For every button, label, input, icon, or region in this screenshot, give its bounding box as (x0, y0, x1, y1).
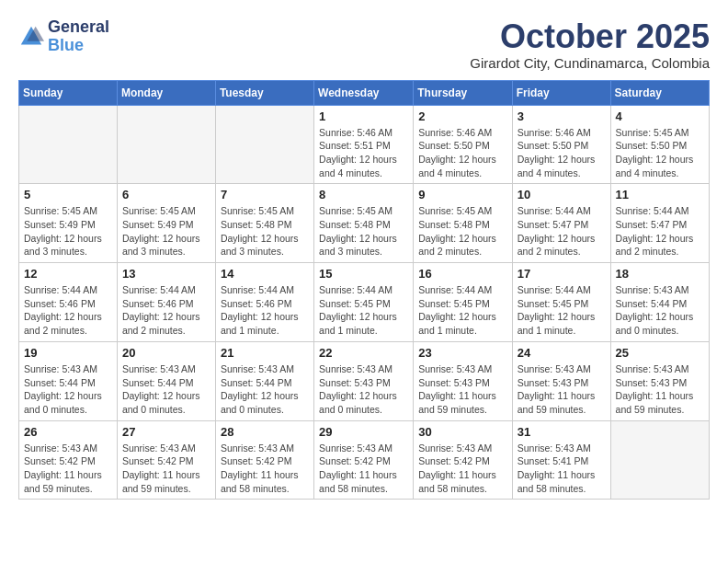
day-number: 31 (518, 425, 606, 439)
day-number: 18 (616, 267, 704, 281)
day-info: Sunrise: 5:43 AM Sunset: 5:41 PM Dayligh… (518, 442, 606, 496)
day-number: 11 (616, 188, 704, 201)
day-number: 9 (418, 188, 506, 201)
day-info: Sunrise: 5:44 AM Sunset: 5:47 PM Dayligh… (616, 204, 704, 259)
calendar-cell: 10Sunrise: 5:44 AM Sunset: 5:47 PM Dayli… (512, 184, 610, 263)
day-info: Sunrise: 5:44 AM Sunset: 5:45 PM Dayligh… (319, 283, 408, 338)
day-info: Sunrise: 5:44 AM Sunset: 5:46 PM Dayligh… (221, 283, 309, 338)
calendar-cell (215, 105, 313, 184)
calendar-cell (19, 105, 118, 184)
day-info: Sunrise: 5:43 AM Sunset: 5:42 PM Dayligh… (418, 442, 506, 496)
week-row-2: 5Sunrise: 5:45 AM Sunset: 5:49 PM Daylig… (19, 184, 710, 263)
weekday-header-monday: Monday (117, 80, 215, 105)
day-number: 8 (319, 188, 408, 201)
day-info: Sunrise: 5:45 AM Sunset: 5:48 PM Dayligh… (319, 204, 408, 259)
logo-blue-text: Blue (48, 36, 84, 54)
day-info: Sunrise: 5:43 AM Sunset: 5:44 PM Dayligh… (616, 283, 704, 338)
calendar-cell: 13Sunrise: 5:44 AM Sunset: 5:46 PM Dayli… (117, 263, 215, 342)
day-info: Sunrise: 5:44 AM Sunset: 5:47 PM Dayligh… (518, 204, 606, 259)
calendar-cell: 26Sunrise: 5:43 AM Sunset: 5:42 PM Dayli… (19, 420, 118, 500)
day-number: 20 (122, 346, 210, 360)
day-info: Sunrise: 5:45 AM Sunset: 5:49 PM Dayligh… (122, 204, 210, 259)
day-info: Sunrise: 5:43 AM Sunset: 5:43 PM Dayligh… (418, 362, 506, 417)
week-row-1: 1Sunrise: 5:46 AM Sunset: 5:51 PM Daylig… (19, 105, 710, 184)
day-info: Sunrise: 5:43 AM Sunset: 5:44 PM Dayligh… (122, 362, 210, 417)
calendar-cell: 8Sunrise: 5:45 AM Sunset: 5:48 PM Daylig… (314, 184, 414, 263)
day-info: Sunrise: 5:43 AM Sunset: 5:42 PM Dayligh… (122, 442, 210, 496)
calendar-cell: 22Sunrise: 5:43 AM Sunset: 5:43 PM Dayli… (314, 341, 414, 420)
calendar-cell (610, 420, 709, 500)
day-info: Sunrise: 5:45 AM Sunset: 5:48 PM Dayligh… (221, 204, 309, 259)
logo-general-text: General (48, 17, 109, 36)
day-number: 1 (319, 109, 408, 123)
weekday-header-saturday: Saturday (610, 80, 709, 105)
day-info: Sunrise: 5:43 AM Sunset: 5:42 PM Dayligh… (319, 442, 408, 496)
calendar-table: SundayMondayTuesdayWednesdayThursdayFrid… (18, 80, 710, 500)
weekday-header-wednesday: Wednesday (314, 80, 414, 105)
logo: General Blue (18, 18, 109, 55)
calendar-cell: 29Sunrise: 5:43 AM Sunset: 5:42 PM Dayli… (314, 420, 414, 500)
day-info: Sunrise: 5:45 AM Sunset: 5:50 PM Dayligh… (616, 126, 704, 180)
day-info: Sunrise: 5:43 AM Sunset: 5:43 PM Dayligh… (518, 362, 606, 417)
calendar-cell: 18Sunrise: 5:43 AM Sunset: 5:44 PM Dayli… (610, 263, 709, 342)
calendar-cell: 2Sunrise: 5:46 AM Sunset: 5:50 PM Daylig… (414, 105, 512, 184)
day-number: 22 (319, 346, 408, 360)
weekday-header-tuesday: Tuesday (215, 80, 313, 105)
day-info: Sunrise: 5:45 AM Sunset: 5:49 PM Dayligh… (24, 204, 112, 259)
day-number: 26 (24, 425, 112, 439)
day-number: 28 (221, 425, 309, 439)
day-info: Sunrise: 5:43 AM Sunset: 5:44 PM Dayligh… (221, 362, 309, 417)
calendar-cell: 23Sunrise: 5:43 AM Sunset: 5:43 PM Dayli… (414, 341, 512, 420)
calendar-cell: 21Sunrise: 5:43 AM Sunset: 5:44 PM Dayli… (215, 341, 313, 420)
calendar-cell: 14Sunrise: 5:44 AM Sunset: 5:46 PM Dayli… (215, 263, 313, 342)
page-header: General Blue October 2025 Girardot City,… (18, 18, 710, 71)
calendar-cell: 25Sunrise: 5:43 AM Sunset: 5:43 PM Dayli… (610, 341, 709, 420)
day-number: 10 (518, 188, 606, 201)
calendar-cell (117, 105, 215, 184)
calendar-cell: 24Sunrise: 5:43 AM Sunset: 5:43 PM Dayli… (512, 341, 610, 420)
day-info: Sunrise: 5:43 AM Sunset: 5:42 PM Dayligh… (24, 442, 112, 496)
day-info: Sunrise: 5:44 AM Sunset: 5:46 PM Dayligh… (122, 283, 210, 338)
calendar-cell: 30Sunrise: 5:43 AM Sunset: 5:42 PM Dayli… (414, 420, 512, 500)
day-info: Sunrise: 5:43 AM Sunset: 5:44 PM Dayligh… (24, 362, 112, 417)
day-number: 12 (24, 267, 112, 281)
day-number: 14 (221, 267, 309, 281)
day-info: Sunrise: 5:44 AM Sunset: 5:45 PM Dayligh… (418, 283, 506, 338)
day-number: 3 (518, 109, 606, 123)
day-info: Sunrise: 5:44 AM Sunset: 5:45 PM Dayligh… (518, 283, 606, 338)
calendar-cell: 7Sunrise: 5:45 AM Sunset: 5:48 PM Daylig… (215, 184, 313, 263)
day-number: 25 (616, 346, 704, 360)
day-number: 16 (418, 267, 506, 281)
week-row-5: 26Sunrise: 5:43 AM Sunset: 5:42 PM Dayli… (19, 420, 710, 500)
calendar-cell: 28Sunrise: 5:43 AM Sunset: 5:42 PM Dayli… (215, 420, 313, 500)
day-number: 27 (122, 425, 210, 439)
month-title: October 2025 (470, 18, 710, 55)
calendar-cell: 31Sunrise: 5:43 AM Sunset: 5:41 PM Dayli… (512, 420, 610, 500)
logo-icon (18, 24, 44, 50)
day-number: 30 (418, 425, 506, 439)
calendar-cell: 20Sunrise: 5:43 AM Sunset: 5:44 PM Dayli… (117, 341, 215, 420)
day-number: 6 (122, 188, 210, 201)
day-number: 7 (221, 188, 309, 201)
calendar-cell: 4Sunrise: 5:45 AM Sunset: 5:50 PM Daylig… (610, 105, 709, 184)
calendar-cell: 5Sunrise: 5:45 AM Sunset: 5:49 PM Daylig… (19, 184, 118, 263)
day-info: Sunrise: 5:44 AM Sunset: 5:46 PM Dayligh… (24, 283, 112, 338)
day-number: 21 (221, 346, 309, 360)
calendar-cell: 16Sunrise: 5:44 AM Sunset: 5:45 PM Dayli… (414, 263, 512, 342)
calendar-cell: 15Sunrise: 5:44 AM Sunset: 5:45 PM Dayli… (314, 263, 414, 342)
weekday-header-friday: Friday (512, 80, 610, 105)
calendar-cell: 3Sunrise: 5:46 AM Sunset: 5:50 PM Daylig… (512, 105, 610, 184)
calendar-body: 1Sunrise: 5:46 AM Sunset: 5:51 PM Daylig… (19, 105, 710, 500)
day-number: 29 (319, 425, 408, 439)
calendar-cell: 12Sunrise: 5:44 AM Sunset: 5:46 PM Dayli… (19, 263, 118, 342)
day-number: 4 (616, 109, 704, 123)
weekday-header-thursday: Thursday (414, 80, 512, 105)
calendar-cell: 9Sunrise: 5:45 AM Sunset: 5:48 PM Daylig… (414, 184, 512, 263)
calendar-cell: 17Sunrise: 5:44 AM Sunset: 5:45 PM Dayli… (512, 263, 610, 342)
day-info: Sunrise: 5:45 AM Sunset: 5:48 PM Dayligh… (418, 204, 506, 259)
day-number: 13 (122, 267, 210, 281)
title-section: October 2025 Girardot City, Cundinamarca… (470, 18, 710, 71)
calendar-cell: 19Sunrise: 5:43 AM Sunset: 5:44 PM Dayli… (19, 341, 118, 420)
day-info: Sunrise: 5:46 AM Sunset: 5:51 PM Dayligh… (319, 126, 408, 180)
weekday-row: SundayMondayTuesdayWednesdayThursdayFrid… (19, 80, 710, 105)
